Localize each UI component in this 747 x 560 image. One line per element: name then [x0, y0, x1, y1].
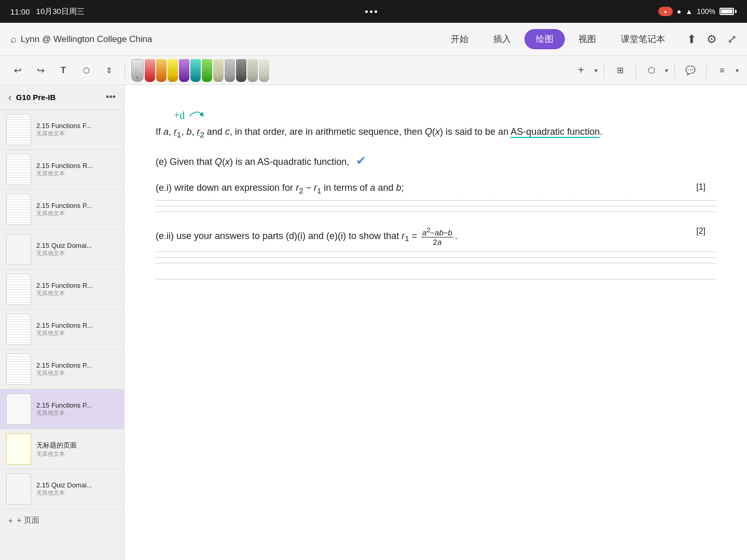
toolbar-right: + ▾ ⊞ ⬡ ▾ 💬 ≡ ▾ [572, 61, 739, 80]
marker-lgray3[interactable] [259, 59, 269, 82]
item-info-6: 2.15 Functions P... 无其他文本 [36, 361, 118, 377]
tab-start[interactable]: 开始 [439, 29, 480, 49]
expand-icon[interactable]: ⤢ [727, 33, 737, 46]
handwriting-annotation: +d [171, 106, 213, 124]
sidebar-item-8[interactable]: 无标题的页面 无其他文本 [0, 429, 124, 469]
battery-percent: 100% [697, 7, 715, 16]
tab-view[interactable]: 视图 [567, 29, 607, 49]
back-button[interactable]: ‹ [8, 91, 12, 103]
lasso-button[interactable]: ⬡ [77, 61, 95, 80]
bottom-line [156, 279, 716, 279]
answer-line-eii-2 [156, 257, 716, 258]
mark-ei: [1] [696, 183, 706, 192]
sidebar-item-3[interactable]: 2.15 Quiz Domai... 无其他文本 [0, 230, 124, 270]
item-title-6: 2.15 Functions P... [36, 361, 118, 369]
sidebar-header: ‹ G10 Pre-IB ••• [0, 85, 124, 110]
redo-button[interactable]: ↪ [31, 61, 50, 80]
marker-lgray2[interactable] [247, 59, 258, 82]
share-icon[interactable]: ⬆ [687, 33, 696, 46]
sidebar-item-4[interactable]: 2.15 Functions R... 无其他文本 [0, 270, 124, 310]
answer-line-ei-2 [156, 206, 716, 206]
marker-pencil[interactable]: A [131, 59, 144, 82]
sidebar-title: G10 Pre-IB [16, 93, 102, 102]
sidebar-item-6[interactable]: 2.15 Functions P... 无其他文本 [0, 349, 124, 389]
item-title-5: 2.15 Functions R... [36, 321, 118, 329]
tab-draw[interactable]: 绘图 [524, 29, 565, 49]
sidebar-item-2[interactable]: 2.15 Functions P... 无其他文本 [0, 190, 124, 230]
settings-icon[interactable]: ⚙ [707, 33, 717, 46]
item-info-4: 2.15 Functions R... 无其他文本 [36, 282, 118, 297]
marker-dgray[interactable] [236, 59, 246, 82]
status-left: 11:00 10月30日周三 [10, 7, 85, 17]
tab-notebook[interactable]: 课堂笔记本 [610, 29, 676, 49]
content-area[interactable]: +d If a, r1, b, r2 and c, in that order,… [125, 85, 747, 560]
tab-insert[interactable]: 插入 [482, 29, 522, 49]
search-area[interactable]: ⌕ Lynn @ Wellington College China [10, 33, 439, 45]
comment-button[interactable]: 💬 [681, 61, 700, 80]
item-title-7: 2.15 Functions P... [36, 401, 118, 409]
paragraph-1: If a, r1, b, r2 and c, in that order, ar… [156, 124, 716, 141]
item-sub-1: 无其他文本 [36, 170, 118, 177]
marker-orange[interactable] [156, 59, 167, 82]
wifi-icon: ● [677, 7, 681, 16]
item-sub-7: 无其他文本 [36, 409, 118, 417]
marker-gray[interactable] [225, 59, 235, 82]
item-info-5: 2.15 Functions R... 无其他文本 [36, 321, 118, 337]
item-info-9: 2.15 Quiz Domai... 无其他文本 [36, 481, 118, 497]
battery-indicator [720, 8, 737, 15]
undo-button[interactable]: ↩ [8, 61, 27, 80]
thumb-8 [6, 433, 31, 465]
question-e-label: (e) Given that Q(x) is an AS-quadratic f… [156, 153, 716, 168]
marker-purple[interactable] [179, 59, 189, 82]
sidebar-item-0[interactable]: 2.15 Functions F... 无其他文本 [0, 110, 124, 150]
marker-lgray1[interactable] [213, 59, 224, 82]
lines-button[interactable]: ≡ [713, 61, 731, 80]
status-right: ● ● ▲ 100% [658, 7, 737, 16]
marker-green[interactable] [202, 59, 212, 82]
thumb-3 [6, 234, 31, 265]
marker-teal[interactable] [190, 59, 201, 82]
status-center [365, 10, 377, 13]
marker-pink[interactable] [145, 59, 155, 82]
signal-icon: ▲ [685, 7, 693, 16]
checkmark-e: ✔ [356, 153, 366, 167]
sidebar: ‹ G10 Pre-IB ••• 2.15 Functions F... 无其他… [0, 85, 125, 560]
item-title-1: 2.15 Functions R... [36, 162, 118, 170]
item-sub-0: 无其他文本 [36, 130, 118, 137]
answer-line-eii-1 [156, 251, 716, 252]
grid-button[interactable]: ⊞ [611, 61, 629, 80]
svg-text:+d: +d [174, 109, 185, 121]
add-icon: + [8, 516, 13, 525]
toolbar: ↩ ↪ T ⬡ ⇕ A + ▾ ⊞ ⬡ ▾ 💬 ≡ ▾ [0, 56, 747, 85]
question-eii-label: (e.ii) use your answers to parts (d)(i) … [156, 227, 716, 246]
thumb-1 [6, 154, 31, 185]
add-tool-button[interactable]: + [572, 61, 590, 80]
move-button[interactable]: ⇕ [100, 61, 118, 80]
add-label: + 页面 [17, 515, 39, 525]
sidebar-item-7[interactable]: 2.15 Functions P... 无其他文本 [0, 389, 124, 429]
record-button[interactable]: ● [658, 7, 673, 16]
sidebar-item-5[interactable]: 2.15 Functions R... 无其他文本 [0, 310, 124, 349]
date: 10月30日周三 [36, 7, 85, 17]
thumb-9 [6, 473, 31, 505]
item-title-0: 2.15 Functions F... [36, 122, 118, 130]
shapes-button[interactable]: ⬡ [642, 61, 661, 80]
annotation-area: +d If a, r1, b, r2 and c, in that order,… [156, 106, 716, 141]
search-icon: ⌕ [10, 33, 17, 45]
question-e-block: (e) Given that Q(x) is an AS-quadratic f… [156, 153, 716, 168]
question-ei-label: (e.i) write down an expression for r2 − … [156, 183, 716, 195]
sidebar-item-1[interactable]: 2.15 Functions R... 无其他文本 [0, 150, 124, 190]
item-sub-2: 无其他文本 [36, 209, 118, 217]
item-title-8: 无标题的页面 [36, 441, 118, 450]
item-title-9: 2.15 Quiz Domai... [36, 481, 118, 489]
thumb-7 [6, 394, 31, 425]
item-sub-8: 无其他文本 [36, 450, 118, 458]
add-page-button[interactable]: + + 页面 [0, 509, 124, 531]
marker-yellow[interactable] [168, 59, 178, 82]
text-button[interactable]: T [54, 61, 73, 80]
toolbar-separator [125, 63, 125, 78]
answer-line-ei-1 [156, 200, 716, 201]
app-bar-right: ⬆ ⚙ ⤢ [687, 33, 737, 46]
more-button[interactable]: ••• [106, 92, 116, 103]
sidebar-item-9[interactable]: 2.15 Quiz Domai... 无其他文本 [0, 469, 124, 509]
